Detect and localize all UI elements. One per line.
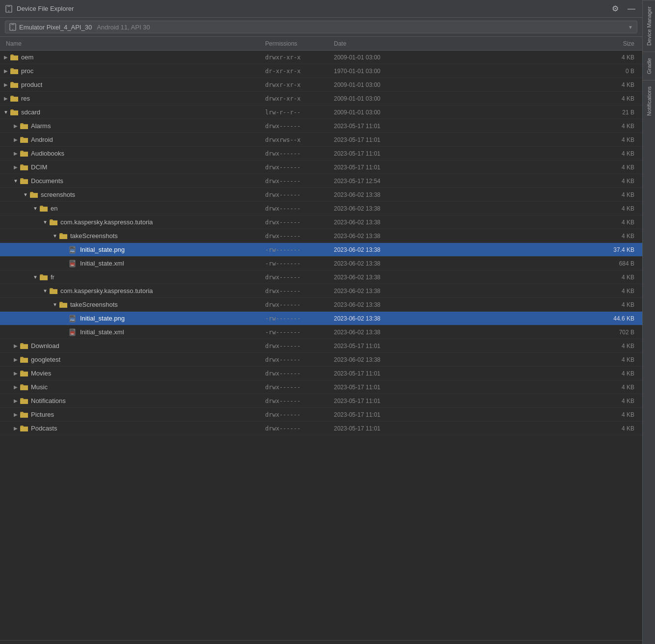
- file-row-name: ▶ Android: [0, 136, 265, 143]
- expand-arrow[interactable]: ▶: [12, 371, 20, 376]
- table-row[interactable]: ▶ Download drwx------ 2023-05-17 11:01 4…: [0, 339, 642, 353]
- bottom-scrollbar[interactable]: [0, 640, 642, 644]
- file-size: 684 B: [422, 260, 642, 267]
- table-row[interactable]: ▶ Podcasts drwx------ 2023-05-17 11:01 4…: [0, 422, 642, 435]
- expand-arrow[interactable]: ▶: [12, 164, 20, 170]
- file-permissions: drwx------: [265, 343, 334, 349]
- table-row[interactable]: ▼ com.kaspersky.kaspresso.tutoria drwx--…: [0, 284, 642, 298]
- file-name-text: com.kaspersky.kaspresso.tutoria: [60, 287, 153, 295]
- folder-icon: [10, 68, 19, 75]
- expand-arrow[interactable]: ▶: [2, 68, 10, 74]
- expand-arrow[interactable]: ▶: [12, 426, 20, 431]
- folder-icon: [20, 411, 28, 418]
- file-size: 4 KB: [422, 425, 642, 432]
- file-permissions: drwxr-xr-x: [265, 81, 334, 88]
- file-date: 2009-01-01 03:00: [334, 95, 422, 102]
- file-row-name: ▼ com.kaspersky.kaspresso.tutoria: [0, 287, 265, 295]
- sidebar-tab-notifications[interactable]: Notifications: [643, 80, 655, 122]
- sidebar-tab-device-manager[interactable]: Device Manager: [643, 0, 655, 52]
- expand-arrow[interactable]: ▶: [12, 412, 20, 417]
- expand-arrow[interactable]: ▶: [12, 151, 20, 156]
- expand-arrow[interactable]: ▶: [12, 398, 20, 403]
- minimize-button[interactable]: —: [626, 4, 637, 14]
- table-row[interactable]: ▼ takeScreenshots drwx------ 2023-06-02 …: [0, 298, 642, 312]
- folder-icon: [20, 136, 28, 143]
- svg-rect-4: [11, 25, 14, 25]
- file-date: 2023-06-02 13:38: [334, 191, 422, 198]
- table-row[interactable]: ▶ Alarms drwx------ 2023-05-17 11:01 4 K…: [0, 119, 642, 133]
- table-row[interactable]: ▶ oem drwxr-xr-x 2009-01-01 03:00 4 KB: [0, 51, 642, 64]
- table-row[interactable]: PNG Initial_state.png -rw------- 2023-06…: [0, 243, 642, 257]
- expand-arrow[interactable]: ▶: [12, 137, 20, 142]
- table-row[interactable]: ▶ Android drwxrws--x 2023-05-17 11:01 4 …: [0, 133, 642, 147]
- table-row[interactable]: ▶ DCIM drwx------ 2023-05-17 11:01 4 KB: [0, 161, 642, 174]
- file-name-text: fr: [51, 273, 55, 281]
- expand-arrow[interactable]: ▶: [12, 343, 20, 349]
- title-bar: Device File Explorer ⚙ —: [0, 0, 642, 18]
- table-row[interactable]: ▶ Audiobooks drwx------ 2023-05-17 11:01…: [0, 147, 642, 161]
- folder-icon: [29, 191, 38, 198]
- file-size: 4 KB: [422, 343, 642, 349]
- table-row[interactable]: ▼ com.kaspersky.kaspresso.tutoria drwx--…: [0, 215, 642, 229]
- table-row[interactable]: ▶ res drwxr-xr-x 2009-01-01 03:00 4 KB: [0, 92, 642, 106]
- file-row-name: ▼ takeScreenshots: [0, 232, 265, 240]
- file-permissions: drwx------: [265, 356, 334, 363]
- table-row[interactable]: ▼ fr drwx------ 2023-06-02 13:38 4 KB: [0, 270, 642, 284]
- file-date: 2023-05-17 11:01: [334, 370, 422, 377]
- file-permissions: drwxr-xr-x: [265, 95, 334, 102]
- file-size: 4 KB: [422, 205, 642, 212]
- table-row[interactable]: ▶ googletest drwx------ 2023-06-02 13:38…: [0, 353, 642, 367]
- folder-icon: [59, 233, 68, 240]
- expand-arrow[interactable]: ▶: [12, 357, 20, 362]
- file-row-name: ▼ Documents: [0, 177, 265, 185]
- table-row[interactable]: ▼ en drwx------ 2023-06-02 13:38 4 KB: [0, 202, 642, 215]
- table-row[interactable]: XML Initial_state.xml -rw------- 2023-06…: [0, 257, 642, 270]
- expand-arrow[interactable]: ▶: [2, 82, 10, 87]
- column-headers: Name Permissions Date Size: [0, 37, 642, 51]
- table-row[interactable]: XML Initial_state.xml -rw------- 2023-06…: [0, 325, 642, 339]
- expand-arrow[interactable]: ▼: [51, 233, 59, 239]
- table-row[interactable]: ▶ Movies drwx------ 2023-05-17 11:01 4 K…: [0, 367, 642, 380]
- png-file-icon: PNG: [69, 315, 78, 322]
- expand-arrow[interactable]: ▶: [2, 54, 10, 60]
- table-row[interactable]: ▼ screenshots drwx------ 2023-06-02 13:3…: [0, 188, 642, 202]
- file-permissions: drwxr-xr-x: [265, 54, 334, 61]
- file-row-name: ▶ Pictures: [0, 411, 265, 418]
- file-permissions: drwx------: [265, 398, 334, 404]
- expand-arrow[interactable]: ▶: [2, 96, 10, 101]
- expand-arrow[interactable]: ▼: [12, 178, 20, 184]
- settings-button[interactable]: ⚙: [610, 4, 621, 14]
- file-size: 0 B: [422, 68, 642, 75]
- table-row[interactable]: ▼ Documents drwx------ 2023-05-17 12:54 …: [0, 174, 642, 188]
- expand-arrow[interactable]: ▶: [12, 384, 20, 390]
- file-permissions: drwx------: [265, 123, 334, 130]
- folder-icon: [10, 81, 19, 88]
- expand-arrow[interactable]: ▼: [2, 109, 10, 115]
- device-selector-dropdown[interactable]: Emulator Pixel_4_API_30 Android 11, API …: [5, 21, 637, 33]
- sidebar-tab-gradle[interactable]: Gradle: [643, 52, 655, 80]
- expand-arrow[interactable]: ▼: [22, 192, 29, 197]
- expand-arrow[interactable]: ▼: [31, 206, 39, 211]
- expand-arrow[interactable]: ▼: [31, 274, 39, 280]
- file-size: 4 KB: [422, 150, 642, 157]
- right-sidebar: Device Manager Gradle Notifications: [642, 0, 655, 644]
- file-date: 2023-06-02 13:38: [334, 315, 422, 322]
- file-date: 2023-05-17 12:54: [334, 178, 422, 185]
- table-row[interactable]: ▶ proc dr-xr-xr-x 1970-01-01 03:00 0 B: [0, 64, 642, 78]
- file-date: 2023-05-17 11:01: [334, 123, 422, 130]
- expand-arrow[interactable]: ▼: [41, 288, 49, 294]
- table-row[interactable]: ▶ product drwxr-xr-x 2009-01-01 03:00 4 …: [0, 78, 642, 92]
- expand-arrow[interactable]: ▼: [41, 219, 49, 225]
- table-row[interactable]: ▶ Music drwx------ 2023-05-17 11:01 4 KB: [0, 380, 642, 394]
- file-date: 2023-06-02 13:38: [334, 246, 422, 253]
- table-row[interactable]: ▼ takeScreenshots drwx------ 2023-06-02 …: [0, 229, 642, 243]
- file-size: 4 KB: [422, 54, 642, 61]
- table-row[interactable]: ▶ Notifications drwx------ 2023-05-17 11…: [0, 394, 642, 408]
- table-row[interactable]: PNG Initial_state.png -rw------- 2023-06…: [0, 312, 642, 325]
- file-name-text: en: [51, 205, 57, 212]
- table-row[interactable]: ▼ sdcard lrw-r--r-- 2009-01-01 03:00 21 …: [0, 106, 642, 119]
- expand-arrow[interactable]: ▼: [51, 302, 59, 307]
- expand-arrow[interactable]: ▶: [12, 123, 20, 129]
- table-row[interactable]: ▶ Pictures drwx------ 2023-05-17 11:01 4…: [0, 408, 642, 422]
- file-name-text: DCIM: [31, 163, 47, 171]
